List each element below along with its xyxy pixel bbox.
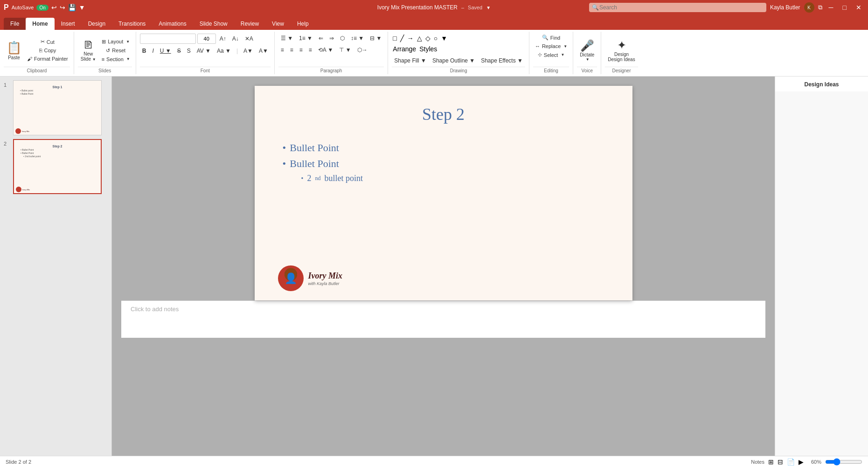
change-case-button[interactable]: Aa ▼	[215, 46, 233, 56]
justify-button[interactable]: ≡	[306, 45, 314, 55]
format-painter-icon: 🖌	[27, 56, 32, 62]
arrange-button[interactable]: Arrange	[392, 44, 417, 54]
font-group: A↑ A↓ ✕A B I U ▼ S S AV ▼ Aa ▼ | A▼ A▼ F…	[136, 32, 275, 74]
decrease-font-button[interactable]: A↓	[230, 34, 241, 43]
tab-animations[interactable]: Animations	[152, 18, 193, 30]
font-color-button[interactable]: A▼	[257, 46, 271, 56]
columns-button[interactable]: ⊟ ▼	[368, 34, 384, 43]
clipboard-small-group: ✂ Cut ⎘ Copy 🖌 Format Painter	[25, 38, 70, 63]
numbering-button[interactable]: 1≡ ▼	[297, 34, 315, 43]
tab-design[interactable]: Design	[82, 18, 112, 30]
triangle-shape-button[interactable]: △	[416, 34, 423, 43]
close-button[interactable]: ✕	[853, 3, 864, 12]
align-right-button[interactable]: ≡	[297, 45, 305, 55]
tab-transitions[interactable]: Transitions	[112, 18, 152, 30]
slide-thumbnail-1[interactable]: 1 Step 1 • Bullet point • Bullet Point I…	[4, 80, 108, 135]
font-family-input[interactable]	[140, 34, 196, 44]
new-slide-button[interactable]: 🖹 New Slide ▼	[78, 36, 99, 64]
slide-panel: 1 Step 1 • Bullet point • Bullet Point I…	[0, 77, 112, 456]
underline-button[interactable]: U ▼	[158, 46, 174, 56]
save-icon[interactable]: 💾	[68, 4, 76, 11]
line-spacing-button[interactable]: ↕≡ ▼	[348, 34, 366, 43]
text-shadow-button[interactable]: S	[185, 46, 193, 56]
reading-view-button[interactable]: 📄	[787, 458, 795, 466]
format-painter-button[interactable]: 🖌 Format Painter	[25, 55, 70, 63]
saved-dropdown-icon[interactable]: ▼	[486, 5, 491, 10]
maximize-button[interactable]: □	[840, 3, 849, 12]
shapes-more-button[interactable]: ▼	[440, 34, 448, 43]
thumb-bullet-2c: • 2nd bullet point	[23, 155, 98, 158]
layout-button[interactable]: ⊞ Layout ▼	[100, 38, 132, 46]
shape-effects-button[interactable]: Shape Effects ▼	[479, 56, 525, 65]
align-text-button[interactable]: ⊤ ▼	[337, 45, 353, 55]
diamond-shape-button[interactable]: ◇	[424, 34, 431, 43]
slide-canvas[interactable]: Step 2 Bullet Point Bullet Point 2nd bul…	[255, 86, 632, 300]
oval-shape-button[interactable]: ○	[433, 34, 438, 43]
select-button[interactable]: ⊹ Select ▼	[536, 51, 567, 59]
design-ideas-scroll[interactable]	[775, 91, 868, 456]
tab-file[interactable]: File	[4, 18, 26, 30]
zoom-slider[interactable]	[825, 458, 862, 466]
tab-insert[interactable]: Insert	[55, 18, 82, 30]
design-ideas-button[interactable]: ✦ Design Design Ideas	[605, 36, 638, 64]
font-size-input[interactable]	[197, 34, 216, 44]
undo-icon[interactable]: ↩	[51, 4, 57, 11]
designer-group: ✦ Design Design Ideas Designer	[601, 32, 641, 74]
tab-view[interactable]: View	[265, 18, 291, 30]
autosave-toggle[interactable]: On	[36, 5, 48, 11]
strikethrough-button[interactable]: S	[175, 46, 183, 56]
search-input[interactable]	[589, 3, 766, 12]
quick-styles-button[interactable]: Styles	[418, 44, 438, 54]
tab-home[interactable]: Home	[26, 18, 54, 30]
reset-button[interactable]: ↺ Reset	[100, 47, 132, 55]
align-left-button[interactable]: ≡	[278, 45, 286, 55]
shape-outline-button[interactable]: Shape Outline ▼	[430, 56, 477, 65]
shape-fill-button[interactable]: Shape Fill ▼	[392, 56, 429, 65]
notes-area[interactable]: Click to add notes	[121, 300, 765, 338]
section-button[interactable]: ≡ Section ▼	[100, 56, 132, 63]
tab-slide-show[interactable]: Slide Show	[193, 18, 234, 30]
thumb-logo-text-2: Ivory Mix	[22, 188, 30, 191]
line-shape-button[interactable]: ╱	[399, 34, 405, 43]
slide-preview-1[interactable]: Step 1 • Bullet point • Bullet Point Ivo…	[13, 80, 102, 135]
find-button[interactable]: 🔍 Find	[540, 34, 562, 42]
avatar[interactable]: K	[804, 2, 814, 13]
tab-help[interactable]: Help	[291, 18, 315, 30]
bold-button[interactable]: B	[140, 46, 149, 56]
notes-button[interactable]: Notes	[751, 459, 764, 465]
smart-art-button[interactable]: ⬡	[338, 34, 347, 43]
redo-icon[interactable]: ↪	[60, 4, 65, 11]
copy-button[interactable]: ⎘ Copy	[25, 47, 70, 54]
dictate-button[interactable]: 🎤 Dictate ▼	[577, 36, 597, 64]
ribbon-tabs: File Home Insert Design Transitions Anim…	[0, 15, 868, 30]
increase-indent-button[interactable]: ⇒	[327, 34, 336, 43]
thumb-title-2: Step 2	[17, 145, 98, 148]
tab-review[interactable]: Review	[234, 18, 265, 30]
italic-button[interactable]: I	[150, 46, 156, 56]
replace-button[interactable]: ↔ Replace ▼	[533, 42, 569, 50]
char-spacing-button[interactable]: AV ▼	[194, 46, 213, 56]
text-highlight-button[interactable]: A▼	[241, 46, 255, 56]
customize-icon[interactable]: ▼	[79, 4, 85, 11]
increase-font-button[interactable]: A↑	[217, 34, 229, 43]
rect-shape-button[interactable]: □	[392, 34, 397, 43]
slide-sorter-button[interactable]: ⊟	[778, 458, 783, 466]
normal-view-button[interactable]: ⊞	[768, 458, 774, 466]
slide-preview-2[interactable]: Step 2 • Bullet Point • Bullet Point • 2…	[13, 139, 102, 194]
presentation-view-button[interactable]: ▶	[799, 458, 804, 466]
minimize-button[interactable]: ─	[826, 3, 836, 12]
designer-top: ✦ Design Design Ideas	[605, 32, 638, 67]
decrease-indent-button[interactable]: ⇐	[316, 34, 326, 43]
convert-smartart-button[interactable]: ⬡→	[355, 45, 370, 55]
arrow-shape-button[interactable]: →	[406, 34, 415, 43]
cut-button[interactable]: ✂ Cut	[25, 38, 70, 46]
paste-button[interactable]: 📋 Paste	[4, 36, 24, 64]
bullets-button[interactable]: ☰ ▼	[278, 34, 295, 43]
editing-label: Editing	[533, 67, 569, 74]
text-direction-button[interactable]: ⟲A ▼	[316, 45, 336, 55]
clear-format-button[interactable]: ✕A	[243, 34, 256, 43]
slide-thumbnail-2[interactable]: 2 Step 2 • Bullet Point • Bullet Point •…	[4, 139, 108, 194]
align-center-button[interactable]: ≡	[288, 45, 296, 55]
restore-icon[interactable]: ⧉	[818, 4, 822, 11]
ribbon: 📋 Paste ✂ Cut ⎘ Copy 🖌 Format Painter Cl…	[0, 30, 868, 77]
